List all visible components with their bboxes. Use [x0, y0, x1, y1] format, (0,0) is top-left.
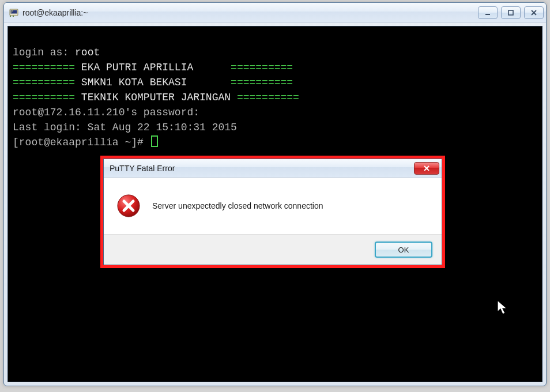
term-line-banner3: ========== TEKNIK KOMPUTER JARINGAN ====…	[13, 92, 299, 103]
dialog-title: PuTTY Fatal Error	[110, 164, 414, 173]
dialog-body: Server unexpectedly closed network conne…	[104, 178, 442, 234]
dialog-footer: OK	[104, 234, 442, 265]
error-icon	[116, 194, 141, 218]
error-dialog: PuTTY Fatal Error	[103, 159, 442, 265]
dialog-close-button[interactable]	[414, 162, 439, 175]
term-line-password: root@172.16.11.210's password:	[13, 107, 199, 118]
minimize-button[interactable]	[478, 6, 498, 19]
maximize-button[interactable]	[501, 6, 521, 19]
term-line-prompt: [root@ekaaprillia ~]#	[13, 137, 158, 148]
dialog-message: Server unexpectedly closed network conne…	[152, 201, 323, 210]
ok-button-label: OK	[398, 246, 409, 254]
error-dialog-highlight: PuTTY Fatal Error	[100, 156, 445, 268]
svg-rect-7	[508, 10, 513, 15]
svg-point-4	[10, 15, 11, 16]
svg-point-5	[13, 15, 14, 16]
window-title: root@ekaaprillia:~	[22, 8, 478, 17]
dialog-title-bar[interactable]: PuTTY Fatal Error	[104, 159, 442, 178]
term-line-banner2: ========== SMKN1 KOTA BEKASI ==========	[13, 77, 293, 88]
putty-app-icon	[9, 7, 19, 18]
cursor-icon	[151, 135, 158, 147]
term-line-banner1: ========== EKA PUTRI APRILLIA ==========	[13, 62, 293, 73]
term-line-lastlogin: Last login: Sat Aug 22 15:10:31 2015	[13, 122, 237, 133]
close-button[interactable]	[524, 6, 544, 19]
term-line-login: login as: root	[13, 47, 100, 58]
title-bar[interactable]: root@ekaaprillia:~	[4, 3, 546, 22]
window-controls	[478, 6, 544, 19]
ok-button[interactable]: OK	[375, 242, 432, 258]
